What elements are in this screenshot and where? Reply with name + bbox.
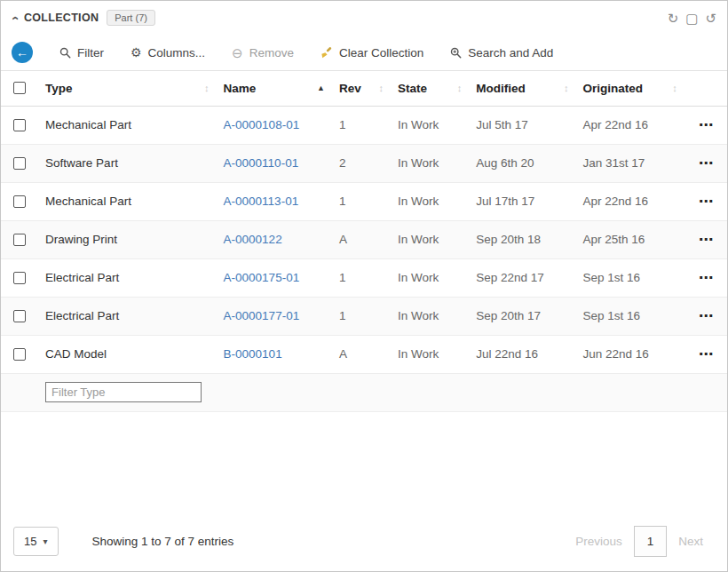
part-name-link[interactable]: A-0000113-01	[224, 195, 299, 208]
panel-titlebar: › COLLECTION Part (7) ↻ ▢ ↺	[1, 1, 727, 35]
type-cell: Electrical Part	[38, 258, 216, 297]
sort-both-icon: ↕	[379, 83, 384, 93]
rev-cell: 2	[332, 144, 391, 182]
row-menu-icon[interactable]: ⋯	[684, 182, 727, 220]
search-and-add-label: Search and Add	[468, 46, 553, 60]
modified-header-label: Modified	[476, 82, 526, 95]
row-menu-icon[interactable]: ⋯	[684, 220, 727, 258]
column-header-modified[interactable]: Modified↕	[469, 71, 575, 106]
previous-page-button[interactable]: Previous	[564, 527, 634, 556]
row-checkbox[interactable]	[13, 348, 26, 361]
row-menu-icon[interactable]: ⋯	[684, 335, 727, 373]
part-name-link[interactable]: A-0000177-01	[224, 309, 300, 322]
collection-toolbar: ← Filter ⚙ Columns... ⊖ Remove Clear Col…	[1, 35, 727, 71]
revert-icon[interactable]: ↺	[705, 12, 716, 25]
collection-table: Type↕ Name▲ Rev↕ State↕ Modified↕ Origin…	[1, 71, 727, 412]
table-row: Mechanical Part A-0000108-01 1 In Work J…	[1, 106, 727, 144]
originated-cell: Apr 22nd 16	[576, 182, 684, 220]
part-name-link[interactable]: B-0000101	[224, 347, 282, 361]
column-header-state[interactable]: State↕	[391, 71, 469, 106]
state-header-label: State	[398, 82, 427, 95]
rev-cell: 1	[332, 182, 391, 220]
filter-button[interactable]: Filter	[59, 46, 104, 60]
row-menu-icon[interactable]: ⋯	[684, 106, 727, 144]
window-icon[interactable]: ▢	[685, 12, 698, 25]
originated-cell: Sep 1st 16	[576, 297, 684, 335]
row-checkbox[interactable]	[13, 310, 26, 322]
rev-cell: A	[332, 335, 391, 373]
originated-cell: Apr 22nd 16	[576, 106, 684, 144]
rev-header-label: Rev	[339, 82, 361, 95]
state-cell: In Work	[391, 144, 469, 182]
row-menu-icon[interactable]: ⋯	[684, 297, 727, 335]
columns-button[interactable]: ⚙ Columns...	[131, 46, 205, 60]
part-name-link[interactable]: A-0000175-01	[224, 271, 300, 284]
originated-cell: Jun 22nd 16	[576, 335, 684, 373]
originated-cell: Apr 25th 16	[576, 220, 684, 258]
state-cell: In Work	[391, 297, 469, 335]
part-name-link[interactable]: A-0000108-01	[224, 118, 300, 131]
column-header-rev[interactable]: Rev↕	[332, 71, 391, 106]
caret-down-icon: ▾	[43, 536, 47, 546]
filter-row	[1, 373, 727, 411]
state-cell: In Work	[391, 220, 469, 258]
table-header-row: Type↕ Name▲ Rev↕ State↕ Modified↕ Origin…	[1, 71, 727, 106]
state-cell: In Work	[391, 258, 469, 297]
state-cell: In Work	[391, 106, 469, 144]
clear-collection-label: Clear Collection	[339, 46, 423, 60]
sort-both-icon: ↕	[564, 83, 569, 93]
refresh-icon[interactable]: ↻	[668, 12, 679, 25]
modified-cell: Jul 22nd 16	[469, 335, 575, 373]
type-cell: CAD Model	[38, 335, 216, 373]
table-row: Electrical Part A-0000175-01 1 In Work S…	[1, 258, 727, 297]
gear-icon: ⚙	[131, 46, 142, 59]
panel-title: COLLECTION	[24, 12, 99, 24]
part-name-link[interactable]: A-0000110-01	[224, 156, 299, 170]
back-arrow-icon: ←	[16, 45, 28, 60]
broom-icon	[320, 46, 333, 59]
remove-label: Remove	[249, 46, 294, 60]
originated-header-label: Originated	[583, 82, 644, 95]
back-button[interactable]: ←	[12, 42, 33, 63]
magnifier-icon	[59, 47, 71, 59]
current-page-button[interactable]: 1	[634, 526, 668, 557]
search-and-add-button[interactable]: Search and Add	[450, 46, 553, 60]
table-row: Electrical Part A-0000177-01 1 In Work S…	[1, 297, 727, 335]
clear-collection-button[interactable]: Clear Collection	[320, 46, 423, 60]
sort-both-icon: ↕	[672, 83, 677, 93]
modified-cell: Jul 5th 17	[469, 106, 575, 144]
type-cell: Mechanical Part	[38, 182, 216, 220]
row-menu-icon[interactable]: ⋯	[684, 258, 727, 297]
remove-button[interactable]: ⊖ Remove	[232, 46, 294, 60]
row-checkbox[interactable]	[13, 272, 26, 284]
collapse-chevron-icon[interactable]: ›	[7, 16, 20, 20]
table-row: Drawing Print A-0000122 A In Work Sep 20…	[1, 220, 727, 258]
modified-cell: Sep 20th 17	[469, 297, 575, 335]
table-footer: 15 ▾ Showing 1 to 7 of 7 entries Previou…	[1, 515, 727, 571]
empty-area	[1, 412, 727, 516]
next-page-button[interactable]: Next	[667, 527, 715, 556]
rev-cell: 1	[332, 297, 391, 335]
state-cell: In Work	[391, 335, 469, 373]
filter-type-input[interactable]	[45, 382, 202, 402]
originated-cell: Sep 1st 16	[576, 258, 684, 297]
name-header-label: Name	[224, 82, 257, 95]
state-cell: In Work	[391, 182, 469, 220]
row-menu-icon[interactable]: ⋯	[684, 144, 727, 182]
column-header-originated[interactable]: Originated↕	[576, 71, 684, 106]
minus-circle-icon: ⊖	[232, 46, 243, 60]
row-checkbox[interactable]	[13, 119, 26, 131]
part-name-link[interactable]: A-0000122	[224, 233, 282, 246]
row-checkbox[interactable]	[13, 195, 26, 208]
row-checkbox[interactable]	[13, 157, 26, 170]
column-header-name[interactable]: Name▲	[217, 71, 332, 106]
type-cell: Electrical Part	[38, 297, 216, 335]
filter-label: Filter	[77, 46, 104, 60]
row-checkbox[interactable]	[13, 234, 26, 246]
select-all-checkbox[interactable]	[13, 82, 26, 94]
page-size-select[interactable]: 15 ▾	[13, 527, 59, 556]
sort-both-icon: ↕	[204, 83, 210, 93]
column-header-type[interactable]: Type↕	[38, 71, 216, 106]
type-cell: Software Part	[38, 144, 216, 182]
table-row: Mechanical Part A-0000113-01 1 In Work J…	[1, 182, 727, 220]
